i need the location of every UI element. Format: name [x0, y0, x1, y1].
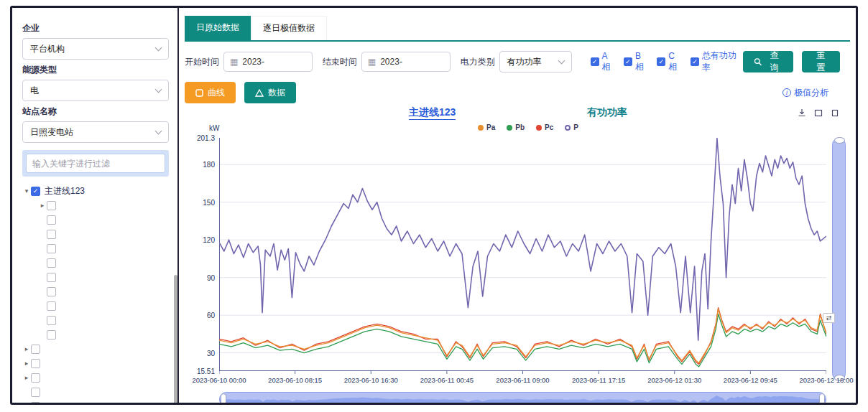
unchecked-checkbox[interactable] — [31, 388, 40, 397]
checked-checkbox[interactable]: ✓ — [691, 57, 699, 66]
legend-item-P[interactable]: P — [565, 123, 578, 131]
tree-root-node[interactable]: ▾✓主进线123 — [22, 184, 169, 198]
tree-filter-input[interactable] — [26, 154, 165, 173]
chevron-down-icon — [558, 57, 565, 65]
vertical-datazoom-handle[interactable]: ⇄ — [823, 313, 835, 323]
caret-icon[interactable]: ▸ — [22, 360, 31, 367]
phase-label: C相 — [668, 51, 682, 73]
calendar-icon: ▦ — [230, 57, 238, 67]
checked-checkbox[interactable]: ✓ — [31, 187, 40, 196]
unchecked-checkbox[interactable] — [47, 215, 56, 225]
unchecked-checkbox[interactable] — [47, 258, 56, 268]
data-view-button[interactable]: 数据 — [244, 82, 296, 103]
unchecked-checkbox[interactable] — [31, 345, 40, 354]
tree-child-node[interactable]: ▸ — [22, 198, 169, 212]
query-button-label: 查询 — [766, 50, 782, 74]
legend-item-Pc[interactable]: Pc — [536, 123, 553, 131]
end-time-input[interactable]: ▦ 2023- — [361, 52, 451, 72]
chevron-down-icon — [155, 86, 162, 93]
tree-child-node[interactable] — [22, 299, 169, 313]
vertical-datazoom-slider[interactable]: ⇄ — [832, 138, 846, 380]
download-icon[interactable] — [797, 108, 807, 118]
legend-item-Pa[interactable]: Pa — [478, 123, 495, 131]
legend-label: Pb — [515, 123, 525, 131]
tree-child-node[interactable] — [22, 256, 169, 270]
data-zoom-icon[interactable] — [813, 108, 823, 118]
start-time-input[interactable]: ▦ 2023- — [223, 52, 313, 72]
unchecked-checkbox[interactable] — [31, 373, 40, 383]
unchecked-checkbox[interactable] — [47, 287, 56, 296]
caret-icon[interactable]: ▸ — [22, 345, 31, 352]
tree-child-node[interactable] — [22, 313, 169, 327]
data-button-label: 数据 — [268, 87, 285, 99]
extreme-analysis-link[interactable]: i 极值分析 — [782, 87, 828, 99]
tree-child-node[interactable] — [22, 241, 169, 256]
tab-daily-extreme-data[interactable]: 逐日极值数据 — [251, 16, 327, 40]
data-view-icon — [255, 89, 264, 97]
tree-sibling-node[interactable]: ▸ — [22, 356, 169, 370]
datazoom-left-handle[interactable] — [221, 393, 226, 403]
unchecked-checkbox[interactable] — [47, 201, 56, 210]
legend-item-Pb[interactable]: Pb — [507, 123, 525, 131]
restore-icon[interactable] — [830, 108, 840, 118]
app-window: 企业 平台机构 能源类型 电 站点名称 日照变电站 ▾✓主进线123▸▸▸▸▸▸… — [10, 6, 858, 405]
main-panel: 日原始数据 逐日极值数据 开始时间 ▦ 2023- 结束时间 ▦ 2023- 电… — [179, 8, 856, 403]
chart-title-feeder[interactable]: 主进线123 — [409, 106, 456, 120]
chart-title-metric: 有功功率 — [587, 106, 627, 119]
y-tick-label: 120 — [185, 236, 215, 244]
tree-filter-wrap — [22, 150, 169, 177]
tree-child-node[interactable] — [22, 270, 169, 284]
chevron-down-icon — [155, 45, 162, 52]
tree-sibling-node[interactable]: ▸ — [22, 370, 169, 385]
tree-child-node[interactable] — [22, 227, 169, 241]
unchecked-checkbox[interactable] — [47, 244, 56, 253]
phase-checkbox-0[interactable]: ✓A相 — [591, 51, 615, 73]
x-tick-label: 2023-06-11 09:00 — [489, 376, 557, 384]
unchecked-checkbox[interactable] — [31, 402, 40, 406]
checked-checkbox[interactable]: ✓ — [657, 57, 665, 66]
tree-sibling-node[interactable] — [22, 385, 169, 399]
phase-checkbox-2[interactable]: ✓C相 — [657, 51, 682, 73]
curve-button-label: 曲线 — [208, 87, 225, 99]
phase-checkbox-3[interactable]: ✓总有功功率 — [691, 50, 742, 74]
legend-label: Pc — [545, 123, 553, 131]
series-line-Pc — [219, 308, 826, 365]
unchecked-checkbox[interactable] — [47, 301, 56, 311]
series-line-Pb — [219, 314, 826, 367]
unchecked-checkbox[interactable] — [31, 359, 40, 368]
view-toggle-row: 曲线 数据 i 极值分析 — [185, 82, 850, 103]
caret-icon[interactable]: ▸ — [22, 374, 31, 381]
unchecked-checkbox[interactable] — [47, 273, 56, 282]
tree-sibling-node[interactable]: ▸ — [22, 342, 169, 356]
tab-daily-raw-data[interactable]: 日原始数据 — [185, 16, 251, 40]
query-button[interactable]: 查询 — [743, 51, 793, 72]
caret-icon[interactable]: ▾ — [22, 187, 31, 195]
y-axis-unit: kW — [209, 124, 219, 132]
tree-scrollbar[interactable] — [174, 275, 177, 405]
end-time-value: 2023- — [380, 57, 402, 67]
tree-child-node[interactable] — [22, 284, 169, 299]
power-category-select[interactable]: 有功功率 — [499, 51, 572, 72]
curve-view-button[interactable]: 曲线 — [185, 82, 236, 103]
energy-type-select[interactable]: 电 — [22, 80, 169, 101]
datazoom-right-handle[interactable] — [819, 393, 825, 403]
enterprise-select[interactable]: 平台机构 — [22, 38, 169, 60]
info-icon: i — [782, 88, 791, 97]
reset-button[interactable]: 重置 — [802, 51, 840, 72]
legend-marker-Pa — [478, 125, 484, 131]
checked-checkbox[interactable]: ✓ — [591, 57, 599, 66]
site-name-select-value: 日照变电站 — [30, 126, 73, 139]
phase-checkbox-1[interactable]: ✓B相 — [624, 51, 648, 73]
tree-child-node[interactable] — [22, 327, 169, 342]
site-name-select[interactable]: 日照变电站 — [22, 121, 169, 143]
unchecked-checkbox[interactable] — [47, 230, 56, 239]
unchecked-checkbox[interactable] — [47, 330, 56, 340]
tree-child-node[interactable] — [22, 212, 169, 227]
unchecked-checkbox[interactable] — [47, 316, 56, 325]
caret-icon[interactable]: ▸ — [38, 202, 47, 209]
tree-sibling-node[interactable]: ▸ — [22, 399, 169, 405]
checked-checkbox[interactable]: ✓ — [624, 57, 632, 66]
horizontal-datazoom-slider[interactable] — [219, 392, 826, 403]
caret-icon[interactable]: ▸ — [22, 403, 31, 405]
x-tick-label: 2023-06-11 17:15 — [565, 376, 632, 384]
